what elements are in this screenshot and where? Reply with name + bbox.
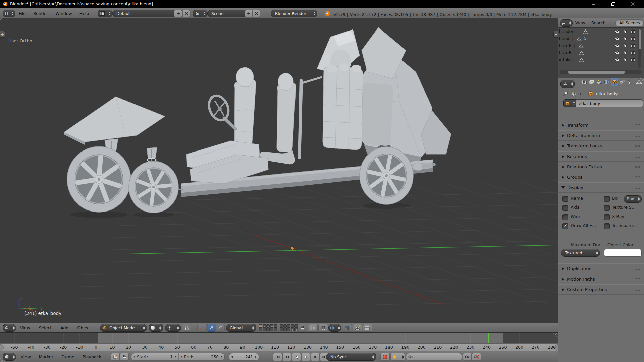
transform-orientation-dropdown[interactable]: Global [226,324,256,332]
scene-icon-button[interactable] [193,10,208,17]
checkbox-axis[interactable] [562,205,568,211]
properties-region-open-tab[interactable]: + [553,31,558,38]
outliner-item-hub_F[interactable]: hub_F| [558,42,637,49]
bounds-type-dropdown[interactable]: Box [624,195,642,203]
tab-render-layers[interactable] [588,78,595,86]
object-color-swatch[interactable] [604,249,642,257]
layer-17-toggle[interactable] [283,328,287,331]
checkbox-bo[interactable] [604,196,610,202]
screen-layout-icon-button[interactable] [98,10,113,17]
translate-manipulator-button[interactable] [207,324,216,332]
object-name-field[interactable]: etka_body [576,99,643,107]
audio-sync-dropdown[interactable]: No Sync [326,353,376,361]
panel-header-custom-properties[interactable]: Custom Properties [558,284,644,295]
proportional-snap-button[interactable] [342,324,352,332]
panel-header-delta-transform[interactable]: Delta Transform [558,130,644,141]
timeline-ruler[interactable]: -50-40-30-20-100102030405060708090100110… [0,343,558,351]
layer-15-toggle[interactable] [294,324,298,328]
outliner-vscroll-thumb[interactable] [639,29,641,49]
toolshelf-open-tab[interactable]: + [0,31,5,38]
outliner-hscroll-thumb[interactable] [568,71,625,74]
outliner-menu-view[interactable]: View [575,20,585,25]
toggle-renderability[interactable] [629,42,637,49]
ruler-left-cap[interactable] [0,344,4,351]
layer-8-toggle[interactable] [266,328,270,331]
panel-header-transform-locks[interactable]: Transform Locks [558,141,644,151]
toggle-renderability[interactable] [629,35,637,42]
layer-11-toggle[interactable] [280,324,283,328]
toggle-visibility[interactable] [613,49,621,56]
layer-12-toggle[interactable] [283,324,287,328]
layer-20-toggle[interactable] [294,328,298,331]
render-engine-dropdown[interactable]: Blender Render [271,10,317,17]
delete-keyframe-button[interactable] [472,353,481,361]
layer-9-toggle[interactable] [270,328,273,331]
layer-18-toggle[interactable] [287,328,290,331]
view3d-menu-add[interactable]: Add [60,325,68,330]
view3d-menu-object[interactable]: Object [77,325,91,330]
toggle-renderability[interactable] [629,49,637,56]
add-scene-button[interactable] [245,10,253,17]
layer-4-toggle[interactable] [270,324,273,328]
panel-drag-handle[interactable] [634,267,640,270]
insert-keyframe-button[interactable] [463,353,472,361]
tab-world[interactable] [603,78,610,86]
editor-type-selector-3dview[interactable] [3,324,16,332]
toggle-renderability[interactable] [629,56,637,63]
tab-object[interactable] [611,78,618,86]
minimize-button[interactable] [587,0,600,8]
layer-3-toggle[interactable] [266,324,270,328]
scene-breadcrumb-icon[interactable] [571,91,577,96]
panel-drag-handle[interactable] [634,145,640,147]
checkbox-x-ray[interactable] [604,214,610,220]
manipulator-toggle[interactable] [197,324,207,332]
play-reverse-button[interactable] [292,353,301,361]
snap-element-dropdown[interactable] [328,324,341,332]
layer-19-toggle[interactable] [291,328,294,331]
checkbox-name[interactable] [562,196,568,202]
panel-header-groups[interactable]: Groups [558,172,644,182]
viewport-canvas[interactable] [0,18,558,323]
editor-type-selector-info[interactable] [3,10,15,17]
panel-drag-handle[interactable] [634,288,640,291]
frame-start-field[interactable]: Start: 1 [131,353,179,361]
lock-to-scene-toggle[interactable] [298,324,307,332]
toggle-visibility[interactable] [613,28,621,35]
timeline-menu-frame[interactable]: Frame [61,354,74,359]
maximum-draw-dropdown[interactable]: Textured [561,249,600,257]
info-menu-help[interactable]: Help [79,11,89,16]
tab-modifiers[interactable] [626,78,634,86]
object-id-dropdown[interactable] [563,99,576,107]
opengl-render-image-button[interactable] [353,324,362,332]
timeline-menu-marker[interactable]: Marker [39,354,53,359]
layer-5-toggle[interactable] [274,324,277,328]
scene-field[interactable]: Scene [208,10,245,17]
layer-6-toggle[interactable] [259,328,262,331]
current-frame-indicator[interactable] [488,333,489,344]
layer-13-toggle[interactable] [287,324,290,328]
lock-time-toggle[interactable] [120,353,129,361]
panel-drag-handle[interactable] [634,186,640,189]
panel-header-display[interactable]: Display [558,182,644,193]
viewport-3d[interactable]: User Ortho (241) etka_body z y x + + [0,18,558,323]
restore-button[interactable] [606,0,620,8]
jump-to-start-button[interactable] [273,353,282,361]
record-button[interactable] [380,353,390,361]
outliner-item-intake[interactable]: intake| [558,56,637,63]
area-corner-grip[interactable] [553,333,557,337]
timeline-band[interactable] [0,332,558,344]
layer-16-toggle[interactable] [280,328,283,331]
layer-1-toggle[interactable] [259,324,262,328]
layer-10-toggle[interactable] [274,328,277,331]
opengl-render-anim-button[interactable] [363,324,372,332]
checkbox-wire[interactable] [562,214,568,220]
layer-2-toggle[interactable] [263,324,266,328]
preview-range-toggle[interactable] [111,353,120,361]
manipulate-centers-toggle[interactable] [182,324,191,332]
outliner-item-hood[interactable]: hood| [558,35,637,42]
toggle-selectability[interactable] [621,42,629,49]
pivot-point-dropdown[interactable] [165,324,181,332]
tab-render[interactable] [580,78,587,86]
info-menu-render[interactable]: Render [33,11,48,16]
timeline-menu-view[interactable]: View [21,354,31,359]
